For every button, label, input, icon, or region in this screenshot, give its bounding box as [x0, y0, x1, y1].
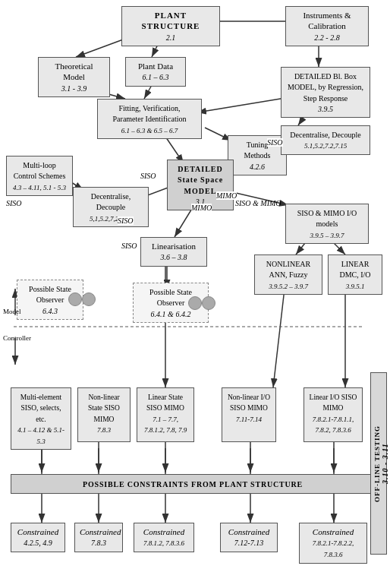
state-obs-right-label: Possible State Observer [149, 288, 192, 307]
linear-state-label: Linear State SISO MIMO [146, 394, 184, 412]
constrained-1-node: Constrained 4.2.5, 4.9 [11, 523, 65, 552]
fitting-label: Fitting, Verification, Parameter Identif… [113, 104, 187, 123]
observer-circle-2 [82, 292, 96, 306]
linearisation-sub: 3.6 – 3.8 [161, 253, 187, 261]
instruments-label: Instruments & Calibration [303, 11, 351, 30]
state-obs-left-label: Possible State Observer [29, 285, 71, 304]
model-label: Model [3, 308, 21, 315]
decentralise-mid-label: Decentralise, Decouple [91, 192, 131, 211]
instruments-node: Instruments & Calibration 2.2 - 2.8 [285, 6, 369, 46]
detailed-bl-box-node: DETAILED Bl. Box MODEL, by Regression, S… [281, 67, 370, 118]
nonlinear-io-label: Non-linear I/O SISO MIMO [228, 394, 270, 412]
multielement-sub: 4.1 – 4.12 & 5.1-5.3 [17, 426, 64, 445]
linear-dmc-sub: 3.9.5.1 [346, 283, 365, 290]
linear-state-node: Linear State SISO MIMO 7.1 – 7.7, 7.8.1.… [137, 387, 194, 442]
linear-dmc-label: LINEAR DMC, I/O [339, 260, 370, 279]
multiloop-label: Multi-loop Control Schemes [14, 161, 66, 180]
linearisation-label: Linearisation [152, 242, 196, 251]
multielement-node: Multi-element SISO, selects, etc. 4.1 – … [11, 387, 71, 450]
svg-line-7 [144, 85, 152, 99]
nonlinear-ann-label: NONLINEAR ANN, Fuzzy [266, 260, 310, 279]
siso-mimo-io-node: SISO & MIMO I/O models 3.9.5 – 3.9.7 [285, 204, 369, 244]
theoretical-model-node: Theoretical Model 3.1 - 3.9 [38, 57, 110, 97]
constrained-4-node: Constrained 7.12-7.13 [220, 523, 278, 552]
tuning-sub: 4.2.6 [250, 163, 265, 171]
constrained-4-label: Constrained [228, 527, 269, 536]
plant-structure-label: PLANT STRUCTURE [142, 11, 200, 30]
linear-state-sub: 7.1 – 7.7, 7.8.1.2, 7.8, 7.9 [144, 416, 187, 435]
state-obs-right-sub: 6.4.1 & 6.4.2 [151, 310, 191, 318]
nonlinear-ann-node: NONLINEAR ANN, Fuzzy 3.9.5.2 – 3.9.7 [254, 254, 322, 295]
constrained-3-node: Constrained 7.8.1.2, 7.8.3.6 [134, 523, 194, 552]
multiloop-sub: 4.3 – 4.11, 5.1 - 5.3 [13, 184, 66, 191]
siso-label-2: SISO [140, 172, 156, 180]
constrained-5-label: Constrained [313, 527, 354, 536]
siso-mimo-label: SISO & MIMO [235, 199, 281, 207]
observer-circle-1 [68, 292, 82, 306]
fitting-sub: 6.1 – 6.3 & 6.5 – 6.7 [121, 127, 178, 134]
offline-testing-node: OFF-LINE TESTING3.10 - 3.11 [370, 372, 387, 555]
plant-structure-node: PLANT STRUCTURE 2.1 [121, 6, 220, 46]
svg-line-22 [273, 289, 285, 387]
linearisation-node: Linearisation 3.6 – 3.8 [140, 237, 207, 267]
instruments-sub: 2.2 - 2.8 [314, 33, 339, 42]
multiloop-node: Multi-loop Control Schemes 4.3 – 4.11, 5… [6, 156, 73, 196]
theoretical-model-label: Theoretical Model [55, 62, 93, 81]
linear-dmc-node: LINEAR DMC, I/O 3.9.5.1 [328, 254, 382, 295]
possible-constraints-bar: POSSIBLE CONSTRAINTS FROM PLANT STRUCTUR… [11, 474, 375, 494]
constrained-2-node: Constrained 7.8.3 [74, 523, 123, 552]
nonlinear-state-label: Non-linear State SISO MIMO [88, 394, 120, 423]
siso-label-1: SISO [267, 138, 283, 147]
multielement-label: Multi-element SISO, selects, etc. [20, 394, 61, 423]
plant-data-label: Plant Data [138, 62, 173, 71]
possible-constraints-label: POSSIBLE CONSTRAINTS FROM PLANT STRUCTUR… [83, 480, 303, 488]
linear-io-label: Linear I/O SISO MIMO [310, 394, 357, 412]
siso-mimo-io-label: SISO & MIMO I/O models [297, 209, 357, 228]
constrained-3-sub: 7.8.1.2, 7.8.3.6 [143, 539, 184, 547]
constrained-4-sub: 7.12-7.13 [234, 539, 263, 547]
decentralise-top-node: Decentralise, Decouple 5.1,5.2,7.2,7.15 [281, 125, 370, 155]
controller-label: Controller [3, 334, 31, 342]
plant-data-sub: 6.1 – 6.3 [143, 73, 169, 81]
linear-io-node: Linear I/O SISO MIMO 7.8.2.1-7.8.1.1, 7.… [304, 387, 363, 442]
decentralise-top-label: Decentralise, Decouple [290, 131, 360, 139]
state-obs-left-sub: 6.4.3 [42, 307, 58, 315]
decentralise-top-sub: 5.1,5.2,7.2,7.15 [304, 142, 347, 150]
observer-circle-4 [202, 296, 215, 310]
constrained-2-label: Constrained [80, 527, 121, 536]
nonlinear-io-sub: 7.11-7.14 [236, 416, 262, 423]
constrained-3-label: Constrained [143, 527, 184, 536]
detailed-ss-label: DETAILED State Space MODEL [178, 165, 223, 195]
nonlinear-state-sub: 7.8.3 [97, 426, 111, 434]
plant-data-node: Plant Data 6.1 – 6.3 [125, 57, 186, 87]
nonlinear-io-node: Non-linear I/O SISO MIMO 7.11-7.14 [222, 387, 276, 442]
theoretical-model-sub: 3.1 - 3.9 [61, 84, 86, 93]
plant-structure-sub: 2.1 [166, 33, 176, 42]
nonlinear-state-node: Non-linear State SISO MIMO 7.8.3 [77, 387, 131, 442]
mimo-label-1: MIMO [191, 204, 212, 212]
constrained-2-sub: 7.8.3 [91, 539, 106, 547]
observer-circle-3 [188, 296, 202, 310]
siso-mimo-io-sub: 3.9.5 – 3.9.7 [310, 232, 344, 239]
constrained-1-sub: 4.2.5, 4.9 [24, 539, 52, 547]
fitting-verification-node: Fitting, Verification, Parameter Identif… [97, 99, 202, 139]
constrained-1-label: Constrained [17, 527, 58, 536]
linear-io-sub: 7.8.2.1-7.8.1.1, 7.8.2, 7.8.3.6 [313, 416, 354, 435]
constrained-5-sub: 7.8.2.1-7.8.2.2, 7.8.3.6 [313, 539, 354, 558]
offline-testing-label: OFF-LINE TESTING3.10 - 3.11 [373, 425, 389, 501]
decentralise-mid-node: Decentralise, Decouple 5,1,5.2,7,2,7.15 [73, 187, 149, 227]
siso-label-3: SISO [118, 217, 134, 225]
detailed-bl-box-sub: 3.9.5 [318, 105, 333, 113]
mimo-label-2: MIMO [216, 191, 237, 200]
siso-label-outer: SISO [6, 199, 22, 207]
siso-label-4: SISO [121, 242, 137, 250]
detailed-bl-box-label: DETAILED Bl. Box MODEL, by Regression, S… [288, 72, 363, 103]
diagram-container: PLANT STRUCTURE 2.1 Instruments & Calibr… [0, 0, 390, 588]
constrained-5-node: Constrained 7.8.2.1-7.8.2.2, 7.8.3.6 [299, 523, 367, 564]
nonlinear-ann-sub: 3.9.5.2 – 3.9.7 [269, 283, 308, 290]
